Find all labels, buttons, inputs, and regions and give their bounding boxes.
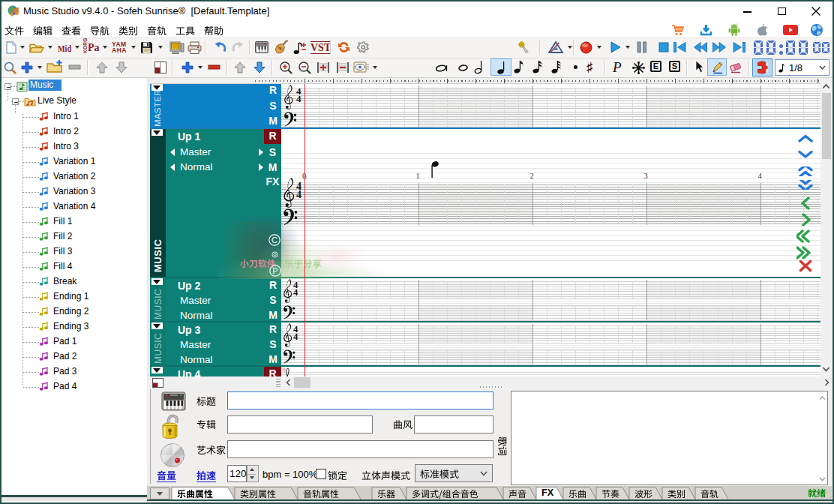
svg-text:C: C	[272, 236, 278, 244]
svg-text:P: P	[272, 266, 278, 275]
